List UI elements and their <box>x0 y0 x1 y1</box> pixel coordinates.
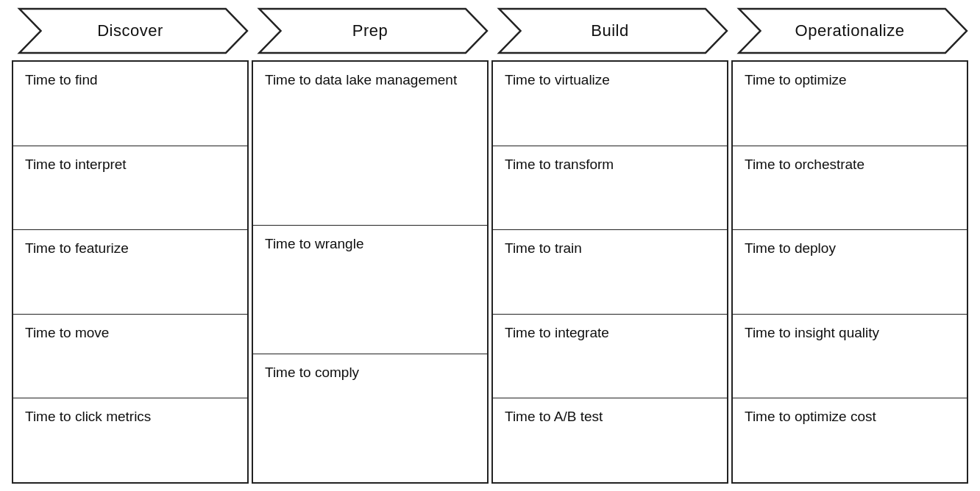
list-item: Time to find <box>13 62 247 146</box>
list-item: Time to featurize <box>13 230 247 315</box>
list-item: Time to comply <box>253 354 487 482</box>
list-item: Time to click metrics <box>13 398 247 482</box>
col-build: Time to virtualize Time to transform Tim… <box>491 60 728 484</box>
list-item: Time to optimize cost <box>733 398 967 482</box>
header-build: Build <box>491 7 728 54</box>
col-discover: Time to find Time to interpret Time to f… <box>12 60 249 484</box>
list-item: Time to integrate <box>493 315 727 399</box>
list-item: Time to deploy <box>733 230 967 315</box>
list-item: Time to transform <box>493 146 727 231</box>
header-row: Discover Prep Build Operationalize <box>12 7 968 54</box>
svg-marker-2 <box>499 9 727 53</box>
list-item: Time to virtualize <box>493 62 727 146</box>
list-item: Time to A/B test <box>493 398 727 482</box>
svg-marker-3 <box>739 9 967 53</box>
list-item: Time to optimize <box>733 62 967 146</box>
svg-marker-0 <box>19 9 247 53</box>
list-item: Time to data lake management <box>253 62 487 226</box>
list-item: Time to insight quality <box>733 315 967 399</box>
list-item: Time to orchestrate <box>733 146 967 231</box>
header-operationalize: Operationalize <box>731 7 968 54</box>
header-prep: Prep <box>252 7 489 54</box>
list-item: Time to move <box>13 315 247 399</box>
svg-marker-1 <box>259 9 487 53</box>
list-item: Time to train <box>493 230 727 315</box>
col-prep: Time to data lake management Time to wra… <box>252 60 489 484</box>
list-item: Time to wrangle <box>253 226 487 354</box>
list-item: Time to interpret <box>13 146 247 231</box>
col-operationalize: Time to optimize Time to orchestrate Tim… <box>731 60 968 484</box>
content-row: Time to find Time to interpret Time to f… <box>12 60 968 484</box>
header-discover: Discover <box>12 7 249 54</box>
